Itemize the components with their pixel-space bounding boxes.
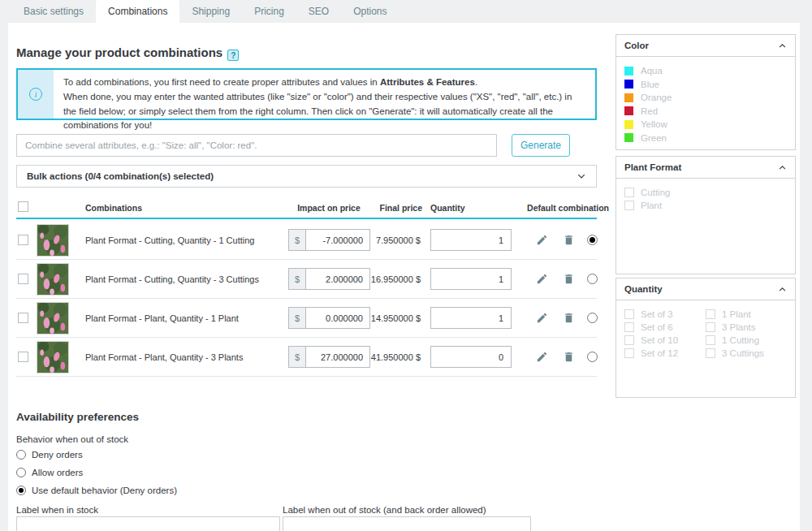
checkbox-1-cutting[interactable]: 1 Cutting <box>706 334 787 347</box>
attribute-combine-input[interactable] <box>16 134 497 157</box>
color-panel-header[interactable]: Color <box>616 35 795 57</box>
row-checkbox[interactable] <box>18 313 28 323</box>
default-combination-radio[interactable] <box>587 235 598 245</box>
radio-circle <box>16 450 26 460</box>
info-text: To add combinations, you first need to c… <box>54 70 595 119</box>
row-checkbox[interactable] <box>18 274 28 284</box>
color-option-green[interactable]: Green <box>624 132 787 145</box>
default-combination-radio[interactable] <box>587 313 598 323</box>
row-checkbox[interactable] <box>18 235 28 245</box>
color-swatch <box>624 67 633 76</box>
color-option-aqua[interactable]: Aqua <box>624 64 787 78</box>
tab-shipping[interactable]: Shipping <box>179 0 242 23</box>
radio-use-default-behavior[interactable]: Use default behavior (Deny orders) <box>16 486 177 495</box>
quantity-panel-header[interactable]: Quantity <box>616 278 795 300</box>
checkbox-cutting[interactable]: Cutting <box>624 186 787 199</box>
generate-button[interactable]: Generate <box>512 134 570 157</box>
checkbox-plant[interactable]: Plant <box>624 199 787 212</box>
flower-photo <box>37 225 68 256</box>
default-combination-radio[interactable] <box>587 352 598 362</box>
out-of-stock-label-input[interactable] <box>283 516 531 531</box>
edit-icon[interactable] <box>536 312 548 324</box>
quantity-col-2: 1 Plant 3 Plants 1 Cutting 3 Cuttings <box>706 308 787 360</box>
checkbox-3-cuttings[interactable]: 3 Cuttings <box>706 347 787 360</box>
help-icon[interactable]: ? <box>227 50 239 61</box>
currency-prefix: $ <box>288 346 306 368</box>
product-thumbnail <box>37 341 69 373</box>
edit-icon[interactable] <box>536 273 548 285</box>
delete-icon[interactable] <box>563 351 575 363</box>
radio-circle <box>16 486 26 495</box>
combination-name: Plant Format - Cutting, Quantity - 1 Cut… <box>85 235 254 245</box>
col-default-combination: Default combination <box>516 203 609 213</box>
main-column: Manage your product combinations? i To a… <box>16 23 605 531</box>
combination-name: Plant Format - Plant, Quantity - 3 Plant… <box>85 352 243 362</box>
tab-seo[interactable]: SEO <box>296 0 341 23</box>
col-quantity: Quantity <box>430 203 465 213</box>
checkbox-1-plant[interactable]: 1 Plant <box>706 308 787 321</box>
checkbox <box>624 201 634 210</box>
in-stock-label-input[interactable] <box>16 516 280 531</box>
col-combinations: Combinations <box>85 203 142 213</box>
checkbox <box>706 335 715 345</box>
default-combination-radio[interactable] <box>587 274 598 284</box>
quantity-input[interactable] <box>430 307 512 329</box>
checkbox <box>706 309 715 319</box>
combination-row: Plant Format - Cutting, Quantity - 1 Cut… <box>16 221 597 260</box>
checkbox <box>624 309 634 319</box>
quantity-list: Set of 3 Set of 6 Set of 10 Set of 12 1 … <box>616 300 795 360</box>
flower-photo <box>37 342 68 373</box>
info-line2: When done, you may enter the wanted attr… <box>63 92 572 131</box>
checkbox-set-of-3[interactable]: Set of 3 <box>624 308 706 321</box>
delete-icon[interactable] <box>563 312 575 324</box>
checkbox-set-of-12[interactable]: Set of 12 <box>624 347 706 360</box>
label-when-out-of-stock: Label when out of stock (and back order … <box>283 505 486 515</box>
tab-pricing[interactable]: Pricing <box>242 0 296 23</box>
row-checkbox[interactable] <box>18 352 28 362</box>
product-thumbnail <box>37 263 69 296</box>
checkbox-set-of-10[interactable]: Set of 10 <box>624 334 706 347</box>
tab-basic-settings[interactable]: Basic settings <box>11 0 96 23</box>
chevron-up-icon <box>778 163 787 172</box>
edit-icon[interactable] <box>536 234 548 246</box>
combination-name: Plant Format - Cutting, Quantity - 3 Cut… <box>85 274 259 284</box>
quantity-input[interactable] <box>430 229 512 251</box>
color-panel: Color Aqua Blue Orange Red Yellow Green <box>615 34 796 150</box>
radio-deny-orders[interactable]: Deny orders <box>16 450 83 460</box>
quantity-input[interactable] <box>430 346 512 368</box>
color-option-red[interactable]: Red <box>624 105 787 119</box>
checkbox-3-plants[interactable]: 3 Plants <box>706 321 787 334</box>
plant-format-panel: Plant Format Cutting Plant <box>615 156 796 274</box>
page-title-text: Manage your product combinations <box>16 45 222 59</box>
tab-options[interactable]: Options <box>341 0 399 23</box>
quantity-col-1: Set of 3 Set of 6 Set of 10 Set of 12 <box>624 308 706 360</box>
edit-icon[interactable] <box>536 351 548 363</box>
color-swatch <box>624 106 633 115</box>
quantity-input[interactable] <box>430 268 512 290</box>
final-price: 14.950000 $ <box>357 313 421 323</box>
color-option-orange[interactable]: Orange <box>624 91 787 105</box>
chevron-up-icon <box>778 41 787 50</box>
quantity-panel-title: Quantity <box>624 284 663 294</box>
info-icon-column: i <box>18 70 54 119</box>
radio-circle <box>16 468 26 477</box>
checkbox <box>624 322 634 332</box>
color-swatch <box>624 120 633 129</box>
tab-combinations[interactable]: Combinations <box>96 0 179 23</box>
delete-icon[interactable] <box>563 273 575 285</box>
color-option-yellow[interactable]: Yellow <box>624 118 787 132</box>
color-option-blue[interactable]: Blue <box>624 78 787 92</box>
combination-row: Plant Format - Cutting, Quantity - 3 Cut… <box>16 260 597 299</box>
checkbox <box>624 335 634 345</box>
checkbox-set-of-6[interactable]: Set of 6 <box>624 321 706 334</box>
select-all-checkbox[interactable] <box>18 201 28 212</box>
plant-format-panel-header[interactable]: Plant Format <box>616 157 795 179</box>
bulk-actions-dropdown[interactable]: Bulk actions (0/4 combination(s) selecte… <box>16 165 597 188</box>
product-tabs: Basic settings Combinations Shipping Pri… <box>0 0 812 23</box>
delete-icon[interactable] <box>563 234 575 246</box>
radio-allow-orders[interactable]: Allow orders <box>16 468 83 477</box>
color-swatch <box>624 93 633 102</box>
col-impact-on-price: Impact on price <box>288 203 369 213</box>
radio-label: Use default behavior (Deny orders) <box>32 486 177 495</box>
combination-name: Plant Format - Plant, Quantity - 1 Plant <box>85 313 239 323</box>
